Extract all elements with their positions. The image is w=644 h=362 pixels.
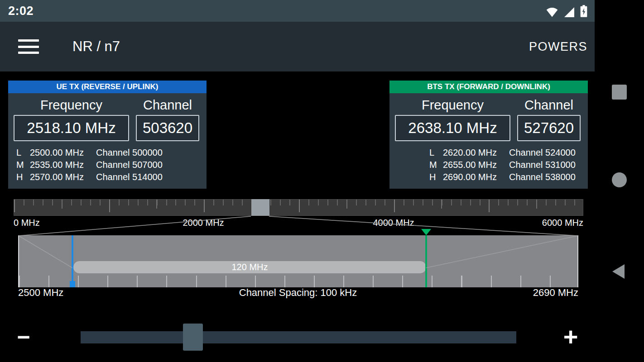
preset-key: H bbox=[16, 171, 30, 183]
downlink-channel-field[interactable]: 527620 bbox=[517, 115, 581, 141]
scale-label-4000: 4000 MHz bbox=[373, 218, 414, 228]
uplink-preset-mid[interactable]: M 2535.00 MHz Channel 507000 bbox=[16, 159, 201, 171]
preset-channel: Channel 538000 bbox=[509, 171, 582, 183]
downlink-frequency-label: Frequency bbox=[395, 98, 510, 113]
downlink-frequency-marker[interactable] bbox=[425, 235, 427, 287]
preset-frequency: 2535.00 MHz bbox=[30, 159, 96, 171]
uplink-card-header: UE TX (REVERSE / UPLINK) bbox=[8, 81, 207, 93]
preset-channel: Channel 500000 bbox=[96, 147, 201, 159]
downlink-preset-low[interactable]: L 2620.00 MHz Channel 524000 bbox=[429, 147, 582, 159]
downlink-presets: L 2620.00 MHz Channel 524000 M 2655.00 M… bbox=[395, 147, 582, 183]
preset-key: M bbox=[429, 159, 443, 171]
uplink-frequency-label: Frequency bbox=[14, 98, 129, 113]
status-bar: 2:02 bbox=[0, 0, 595, 22]
zoom-in-button[interactable]: + bbox=[559, 324, 582, 348]
zoom-out-button[interactable]: − bbox=[12, 325, 35, 349]
back-triangle-icon[interactable] bbox=[612, 264, 625, 279]
ruler-major-ticks bbox=[14, 200, 583, 212]
uplink-channel-field[interactable]: 503620 bbox=[136, 115, 199, 141]
preset-frequency: 2500.00 MHz bbox=[30, 147, 96, 159]
menu-icon[interactable] bbox=[18, 39, 39, 54]
navigation-bar bbox=[595, 0, 644, 362]
uplink-card: UE TX (REVERSE / UPLINK) Frequency Chann… bbox=[8, 81, 207, 189]
uplink-marker-handle[interactable] bbox=[70, 281, 75, 287]
uplink-channel-label: Channel bbox=[136, 98, 199, 113]
preset-key: L bbox=[16, 147, 30, 159]
band-end-label: 2690 MHz bbox=[533, 287, 578, 299]
scale-label-2000: 2000 MHz bbox=[183, 218, 224, 228]
uplink-preset-high[interactable]: H 2570.00 MHz Channel 514000 bbox=[16, 171, 201, 183]
spectrum-overview-ruler[interactable] bbox=[14, 199, 583, 216]
zoom-slider-handle[interactable] bbox=[183, 324, 203, 351]
preset-key: H bbox=[429, 171, 443, 183]
downlink-card-header: BTS TX (FORWARD / DOWNLINK) bbox=[389, 81, 588, 93]
preset-channel: Channel 514000 bbox=[96, 171, 201, 183]
wifi-icon bbox=[546, 7, 558, 17]
scale-label-6000: 6000 MHz bbox=[542, 218, 583, 228]
status-icons bbox=[546, 5, 587, 17]
preset-frequency: 2570.00 MHz bbox=[30, 171, 96, 183]
powers-button[interactable]: POWERS bbox=[529, 40, 587, 54]
battery-charging-icon bbox=[580, 5, 587, 17]
preset-key: L bbox=[429, 147, 443, 159]
downlink-preset-mid[interactable]: M 2655.00 MHz Channel 531000 bbox=[429, 159, 582, 171]
page-title: NR / n7 bbox=[72, 38, 120, 55]
duplex-separation-label: 120 MHz bbox=[231, 262, 268, 272]
downlink-channel-label: Channel bbox=[517, 98, 581, 113]
band-ticks bbox=[19, 276, 577, 287]
preset-channel: Channel 507000 bbox=[96, 159, 201, 171]
preset-frequency: 2655.00 MHz bbox=[443, 159, 509, 171]
uplink-presets: L 2500.00 MHz Channel 500000 M 2535.00 M… bbox=[14, 147, 201, 183]
scale-label-0: 0 MHz bbox=[14, 218, 40, 228]
downlink-card: BTS TX (FORWARD / DOWNLINK) Frequency Ch… bbox=[389, 81, 588, 189]
band-start-label: 2500 MHz bbox=[18, 287, 63, 299]
clock: 2:02 bbox=[8, 4, 34, 18]
recents-square-icon[interactable] bbox=[612, 85, 627, 100]
cellular-signal-icon bbox=[563, 7, 575, 17]
app-bar: NR / n7 POWERS bbox=[0, 22, 595, 71]
preset-frequency: 2690.00 MHz bbox=[443, 171, 509, 183]
downlink-marker-handle[interactable] bbox=[421, 229, 431, 235]
downlink-card-body: Frequency Channel 2638.10 MHz 527620 L 2… bbox=[389, 93, 588, 189]
uplink-preset-low[interactable]: L 2500.00 MHz Channel 500000 bbox=[16, 147, 201, 159]
uplink-frequency-marker[interactable] bbox=[72, 235, 73, 287]
zoom-slider-track[interactable] bbox=[81, 331, 516, 343]
uplink-frequency-field[interactable]: 2518.10 MHz bbox=[14, 115, 129, 141]
duplex-separation-bar[interactable]: 120 MHz bbox=[73, 261, 426, 273]
downlink-frequency-field[interactable]: 2638.10 MHz bbox=[395, 115, 510, 141]
screen: 2:02 NR / n7 POWERS UE TX (REV bbox=[0, 0, 644, 362]
preset-channel: Channel 531000 bbox=[509, 159, 582, 171]
preset-channel: Channel 524000 bbox=[509, 147, 582, 159]
channel-spacing-label: Channel Spacing: 100 kHz bbox=[239, 287, 357, 299]
uplink-card-body: Frequency Channel 2518.10 MHz 503620 L 2… bbox=[8, 93, 207, 189]
home-circle-icon[interactable] bbox=[612, 172, 627, 187]
downlink-preset-high[interactable]: H 2690.00 MHz Channel 538000 bbox=[429, 171, 582, 183]
preset-key: M bbox=[16, 159, 30, 171]
overview-selection-window[interactable] bbox=[251, 199, 269, 216]
band-zoom-area[interactable]: 120 MHz bbox=[18, 235, 578, 287]
preset-frequency: 2620.00 MHz bbox=[443, 147, 509, 159]
